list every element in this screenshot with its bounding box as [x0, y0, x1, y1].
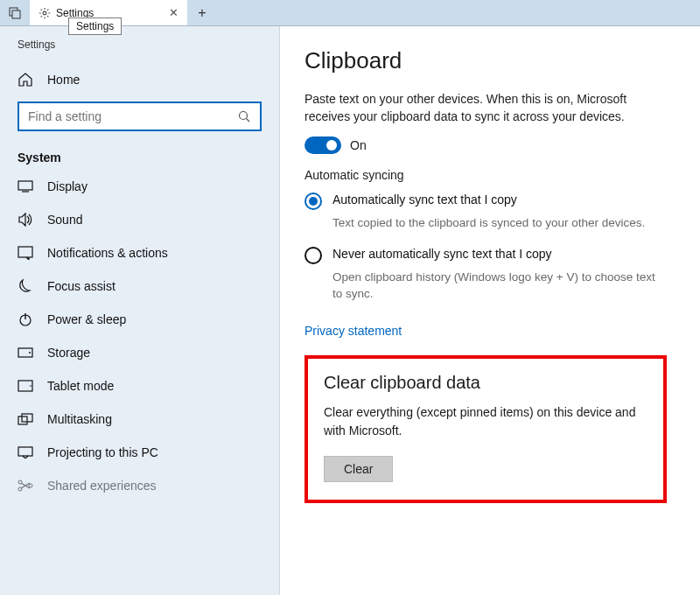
radio-label: Automatically sync text that I copy [332, 192, 517, 206]
sidebar-item-sound[interactable]: Sound [0, 203, 279, 236]
radio-icon [304, 247, 322, 264]
sidebar-item-label: Projecting to this PC [47, 445, 158, 459]
sidebar-item-projecting[interactable]: Projecting to this PC [0, 436, 279, 469]
shared-icon [18, 478, 33, 494]
sidebar-home[interactable]: Home [0, 63, 279, 96]
storage-icon [18, 345, 33, 360]
svg-rect-16 [18, 447, 32, 456]
close-icon[interactable]: ✕ [169, 6, 178, 19]
clear-title: Clear clipboard data [324, 373, 648, 393]
display-icon [18, 178, 33, 194]
sidebar-section-system: System [0, 144, 279, 170]
sidebar-item-storage[interactable]: Storage [0, 336, 279, 369]
power-icon [18, 312, 33, 327]
privacy-link[interactable]: Privacy statement [304, 324, 402, 338]
svg-rect-7 [18, 247, 32, 257]
sidebar-item-label: Sound [47, 213, 82, 227]
svg-rect-1 [12, 10, 20, 18]
sidebar-item-notifications[interactable]: Notifications & actions [0, 236, 279, 270]
multitasking-icon [18, 411, 33, 427]
gear-icon [38, 7, 51, 19]
main-pane: Clipboard Paste text on your other devic… [280, 26, 700, 595]
focus-icon [18, 278, 33, 294]
svg-point-18 [18, 487, 22, 491]
sidebar-item-power[interactable]: Power & sleep [0, 303, 279, 336]
sidebar-item-label: Notifications & actions [47, 246, 168, 260]
tab-tooltip: Settings [68, 18, 122, 35]
svg-rect-5 [18, 181, 32, 190]
svg-point-11 [29, 352, 31, 354]
search-icon [237, 109, 251, 123]
radio-auto-sync[interactable]: Automatically sync text that I copy [304, 192, 667, 210]
radio-label: Never automatically sync text that I cop… [332, 247, 552, 261]
svg-line-4 [247, 119, 250, 122]
projecting-icon [18, 444, 33, 460]
svg-point-2 [43, 11, 46, 15]
svg-point-13 [30, 385, 32, 387]
svg-point-3 [240, 112, 248, 120]
sidebar-item-shared[interactable]: Shared experiences [0, 469, 279, 502]
svg-rect-14 [18, 416, 27, 424]
radio-auto-sub: Text copied to the clipboard is synced t… [332, 215, 667, 232]
sidebar-item-focus[interactable]: Focus assist [0, 270, 279, 303]
sidebar-item-label: Multitasking [47, 412, 112, 426]
radio-never-sync[interactable]: Never automatically sync text that I cop… [304, 247, 667, 264]
page-description: Paste text on your other devices. When t… [304, 90, 667, 126]
notifications-icon [18, 245, 33, 261]
toggle-label: On [350, 138, 367, 152]
sync-heading: Automatic syncing [304, 168, 667, 182]
svg-point-17 [18, 480, 22, 484]
sidebar-item-label: Display [47, 179, 88, 193]
sidebar-item-label: Tablet mode [47, 379, 114, 393]
radio-icon [304, 192, 322, 210]
radio-never-sub: Open clipboard history (Windows logo key… [332, 270, 667, 303]
multitask-button[interactable] [0, 0, 30, 25]
search-input[interactable] [28, 109, 237, 123]
sidebar-item-label: Storage [47, 346, 90, 360]
home-icon [18, 72, 33, 88]
clear-clipboard-section: Clear clipboard data Clear everything (e… [304, 355, 667, 503]
page-title: Clipboard [304, 47, 667, 74]
app-name: Settings [0, 38, 279, 63]
clear-button[interactable]: Clear [324, 456, 393, 482]
tablet-icon [18, 378, 33, 394]
sidebar-home-label: Home [47, 73, 80, 87]
sidebar-item-label: Shared experiences [47, 479, 157, 493]
new-tab-button[interactable]: + [187, 0, 217, 25]
sidebar-item-tablet[interactable]: Tablet mode [0, 369, 279, 402]
sidebar-item-label: Power & sleep [47, 312, 126, 326]
search-box[interactable] [18, 102, 262, 131]
sidebar: Settings Home System Display Sound Notif… [0, 26, 280, 595]
sidebar-item-multitasking[interactable]: Multitasking [0, 402, 279, 436]
clear-desc: Clear everything (except pinned items) o… [324, 403, 648, 440]
sync-toggle[interactable] [304, 136, 341, 154]
sidebar-item-display[interactable]: Display [0, 170, 279, 203]
svg-point-19 [29, 484, 32, 487]
sound-icon [18, 212, 33, 228]
sidebar-item-label: Focus assist [47, 279, 116, 293]
